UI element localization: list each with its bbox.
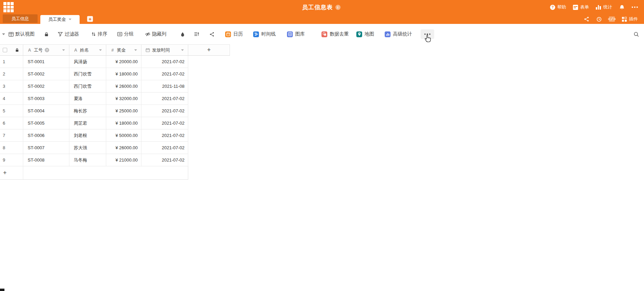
- table-row[interactable]: 9ST-0008马冬梅¥ 21000.002021-07-02: [0, 154, 188, 166]
- cell-employee-id[interactable]: ST-0002: [23, 68, 69, 80]
- plugins-button[interactable]: 插件: [622, 16, 638, 22]
- column-menu-caret-icon[interactable]: [99, 49, 102, 52]
- cell-name[interactable]: 马冬梅: [69, 154, 106, 166]
- cell-employee-id[interactable]: ST-0005: [23, 117, 69, 129]
- add-sheet-button[interactable]: +: [87, 16, 93, 22]
- cell-date[interactable]: 2021-07-02: [141, 105, 188, 117]
- stats-button[interactable]: 统计: [596, 4, 612, 10]
- group-button[interactable]: 分组: [117, 31, 134, 37]
- cell-date[interactable]: 2021-07-02: [141, 68, 188, 80]
- cell-bonus[interactable]: ¥ 25000.00: [106, 105, 141, 117]
- help-button[interactable]: ? 帮助: [550, 4, 566, 10]
- help-label: 帮助: [557, 4, 566, 10]
- cell-bonus[interactable]: ¥ 26000.00: [106, 142, 141, 154]
- app-map[interactable]: 地图: [356, 31, 374, 37]
- cell-name[interactable]: 西门吹雪: [69, 68, 106, 80]
- cell-name[interactable]: 苏大强: [69, 142, 106, 154]
- info-icon[interactable]: i: [335, 5, 340, 10]
- table-row[interactable]: 2ST-0002西门吹雪¥ 18000.002021-07-02: [0, 68, 188, 80]
- filter-button[interactable]: 过滤器: [58, 31, 79, 37]
- cell-employee-id[interactable]: ST-0002: [23, 80, 69, 92]
- cell-bonus[interactable]: ¥ 21000.00: [106, 154, 141, 166]
- cell-name[interactable]: 夏洛: [69, 93, 106, 105]
- notifications-button[interactable]: [619, 4, 625, 10]
- table-row[interactable]: 3ST-0002西门吹雪¥ 26000.002021-11-08: [0, 80, 188, 93]
- api-icon[interactable]: </>: [609, 16, 615, 22]
- cell-date[interactable]: 2021-07-02: [141, 129, 188, 141]
- column-menu-caret-icon[interactable]: [62, 49, 65, 52]
- form-button[interactable]: 表单: [573, 4, 589, 10]
- column-header-employee-id[interactable]: A 工号 ?: [23, 45, 69, 55]
- add-column-button[interactable]: +: [188, 45, 230, 55]
- cell-date[interactable]: 2021-07-02: [141, 117, 188, 129]
- cell-name[interactable]: 梅长苏: [69, 105, 106, 117]
- sort-button[interactable]: 排序: [91, 31, 107, 37]
- table-row[interactable]: 4ST-0003夏洛¥ 32000.002021-07-02: [0, 93, 188, 105]
- row-height-icon[interactable]: [194, 32, 199, 37]
- app-label: 日历: [233, 31, 243, 37]
- lock-icon[interactable]: [44, 32, 49, 37]
- tab-employee-bonus[interactable]: 员工奖金: [40, 15, 80, 24]
- cell-date[interactable]: 2021-11-08: [141, 80, 188, 92]
- column-menu-caret-icon[interactable]: [134, 49, 137, 52]
- date-field-icon: [146, 48, 150, 52]
- cell-name[interactable]: 风清扬: [69, 56, 106, 68]
- cell-date[interactable]: 2021-07-02: [141, 56, 188, 68]
- table-row[interactable]: 5ST-0004梅长苏¥ 25000.002021-07-02: [0, 105, 188, 117]
- fill-color-icon[interactable]: [180, 32, 185, 37]
- table-row[interactable]: 6ST-0005周芷若¥ 18000.002021-07-02: [0, 117, 188, 129]
- collapse-caret-icon[interactable]: [2, 33, 5, 36]
- app-advanced-stats[interactable]: 高级统计: [385, 31, 412, 37]
- cell-bonus[interactable]: ¥ 20000.00: [106, 56, 141, 68]
- cell-bonus[interactable]: ¥ 18000.00: [106, 117, 141, 129]
- column-header-issue-date[interactable]: 发放时间: [141, 45, 188, 55]
- history-icon[interactable]: [596, 16, 602, 22]
- column-lock-icon[interactable]: [15, 48, 19, 52]
- cell-employee-id[interactable]: ST-0008: [23, 154, 69, 166]
- table-row[interactable]: 7ST-0006刘老根¥ 50000.002021-07-02: [0, 129, 188, 142]
- cell-employee-id[interactable]: ST-0007: [23, 142, 69, 154]
- share-icon[interactable]: [584, 16, 589, 22]
- sort-label: 排序: [98, 31, 107, 37]
- cell-name[interactable]: 刘老根: [69, 129, 106, 141]
- eye-slash-icon: [145, 32, 150, 37]
- cell-date[interactable]: 2021-07-02: [141, 93, 188, 105]
- hide-fields-label: 隐藏列: [152, 31, 166, 37]
- app-label: 地图: [365, 31, 374, 37]
- search-button[interactable]: [633, 31, 639, 37]
- column-menu-caret-icon[interactable]: [181, 49, 184, 52]
- app-calendar[interactable]: 日历: [225, 31, 243, 37]
- chevron-down-icon[interactable]: [68, 18, 72, 21]
- plugin-icon: [622, 17, 627, 22]
- view-switcher[interactable]: 默认视图: [9, 31, 35, 37]
- cell-bonus[interactable]: ¥ 50000.00: [106, 129, 141, 141]
- app-gallery[interactable]: 图库: [287, 31, 305, 37]
- add-row-button[interactable]: +: [0, 166, 188, 180]
- cell-date[interactable]: 2021-07-02: [141, 154, 188, 166]
- cell-employee-id[interactable]: ST-0006: [23, 129, 69, 141]
- cell-name[interactable]: 周芷若: [69, 117, 106, 129]
- cell-employee-id[interactable]: ST-0004: [23, 105, 69, 117]
- tab-employee-info[interactable]: 员工信息: [3, 14, 38, 23]
- app-timeline[interactable]: 时间线: [253, 31, 276, 37]
- topbar-more-button[interactable]: [632, 6, 638, 8]
- form-icon: [573, 5, 578, 10]
- cell-date[interactable]: 2021-07-02: [141, 142, 188, 154]
- table-row[interactable]: 8ST-0007苏大强¥ 26000.002021-07-02: [0, 142, 188, 154]
- cell-employee-id[interactable]: ST-0003: [23, 93, 69, 105]
- app-grid-logo-icon[interactable]: [3, 2, 14, 12]
- toolbar-more-button[interactable]: [421, 29, 434, 39]
- cell-bonus[interactable]: ¥ 18000.00: [106, 68, 141, 80]
- column-header-name[interactable]: A 姓名: [69, 45, 106, 55]
- cell-bonus[interactable]: ¥ 26000.00: [106, 80, 141, 92]
- hide-fields-button[interactable]: 隐藏列: [145, 31, 166, 37]
- column-header-bonus[interactable]: # 奖金: [106, 45, 141, 55]
- cell-employee-id[interactable]: ST-0001: [23, 56, 69, 68]
- cell-bonus[interactable]: ¥ 32000.00: [106, 93, 141, 105]
- cell-name[interactable]: 西门吹雪: [69, 80, 106, 92]
- select-all-checkbox[interactable]: [3, 48, 7, 52]
- app-dedupe[interactable]: 数据去重: [321, 31, 349, 37]
- field-description-icon[interactable]: ?: [45, 48, 49, 52]
- share-view-icon[interactable]: [209, 32, 215, 37]
- table-row[interactable]: 1ST-0001风清扬¥ 20000.002021-07-02: [0, 56, 188, 68]
